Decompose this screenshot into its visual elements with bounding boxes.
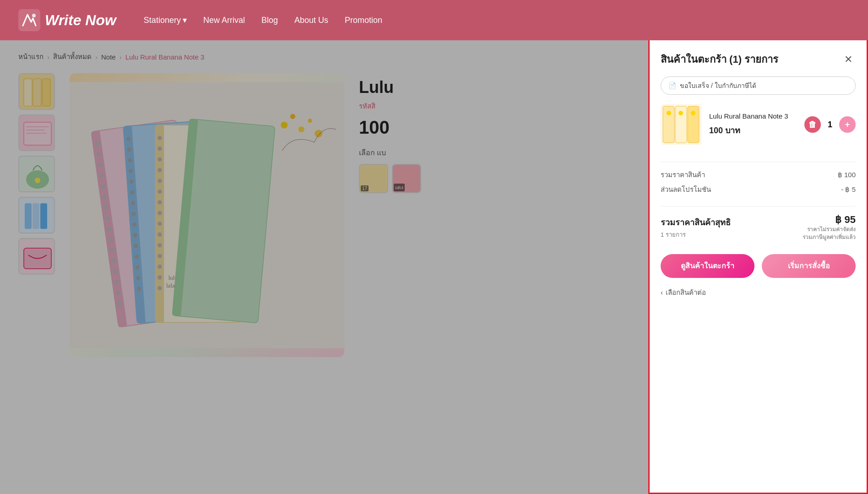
cart-panel: สินค้าในตะกร้า (1) รายการ ✕ 📄 ขอใบเสร็จ … — [648, 40, 868, 494]
close-icon: ✕ — [844, 54, 852, 65]
cart-item-price: 100 บาท — [709, 124, 797, 137]
header: Write Now Stationery ▾ New Arrival Blog … — [0, 0, 868, 40]
discount-row: ส่วนลดโปรโมชัน - ฿ 5 — [661, 184, 856, 195]
chevron-left-icon: ‹ — [661, 288, 663, 296]
delete-item-button[interactable]: 🗑 — [804, 116, 821, 133]
logo-icon — [18, 9, 40, 31]
divider-2 — [661, 206, 856, 206]
view-cart-button[interactable]: ดูสินค้าในตะกร้า — [661, 254, 754, 278]
total-label: รวมราคาสินค้าสุทธิ — [661, 216, 731, 229]
total-row: รวมราคาสินค้าสุทธิ 1 รายการ ฿ 95 ราคาไม่… — [661, 214, 856, 241]
svg-point-98 — [678, 111, 683, 115]
nav-blog[interactable]: Blog — [261, 16, 278, 25]
cart-item-image — [661, 104, 702, 145]
nav-promotion[interactable]: Promotion — [345, 16, 382, 25]
receipt-icon: 📄 — [668, 82, 676, 89]
logo-text: Write Now — [45, 12, 116, 29]
svg-point-1 — [32, 14, 36, 17]
chevron-down-icon: ▾ — [183, 15, 187, 25]
continue-shopping[interactable]: ‹ เลือกสินค้าต่อ — [661, 287, 856, 298]
svg-point-97 — [667, 111, 671, 115]
increase-quantity-button[interactable]: + — [839, 116, 856, 133]
discount-amount: - ฿ 5 — [841, 185, 856, 194]
checkout-button[interactable]: เริ่มการสั่งซื้อ — [762, 254, 856, 278]
svg-point-99 — [691, 111, 695, 115]
action-buttons: ดูสินค้าในตะกร้า เริ่มการสั่งซื้อ — [661, 254, 856, 278]
cart-item: Lulu Rural Banana Note 3 100 บาท 🗑 1 + — [661, 104, 856, 145]
receipt-button[interactable]: 📄 ขอใบเสร็จ / ใบกำกับภาษีได้ — [661, 76, 856, 95]
total-amount-area: ฿ 95 ราคาไม่รวมค่าจัดส่ง รวมภาษีมูลค่าเพ… — [803, 214, 856, 241]
svg-rect-0 — [18, 9, 40, 31]
plus-icon: + — [845, 120, 850, 130]
quantity-display: 1 — [825, 120, 835, 130]
shipping-note: ราคาไม่รวมค่าจัดส่ง รวมภาษีมูลค่าเพิ่มแล… — [803, 226, 856, 241]
nav-about-us[interactable]: About Us — [294, 16, 328, 25]
cart-header: สินค้าในตะกร้า (1) รายการ ✕ — [661, 51, 856, 67]
total-amount: ฿ 95 — [803, 214, 856, 226]
total-info: รวมราคาสินค้าสุทธิ 1 รายการ — [661, 216, 731, 239]
discount-label: ส่วนลดโปรโมชัน — [661, 184, 711, 195]
divider-1 — [661, 162, 856, 162]
nav-stationery[interactable]: Stationery ▾ — [144, 15, 187, 25]
cart-item-controls: 🗑 1 + — [804, 116, 856, 133]
subtotal-label: รวมราคาสินค้า — [661, 169, 705, 180]
subtotal-amount: ฿ 100 — [838, 171, 856, 179]
continue-label: เลือกสินค้าต่อ — [666, 287, 706, 298]
subtotal-row: รวมราคาสินค้า ฿ 100 — [661, 169, 856, 180]
logo[interactable]: Write Now — [18, 9, 116, 31]
trash-icon: 🗑 — [808, 120, 817, 130]
nav-new-arrival[interactable]: New Arrival — [203, 16, 245, 25]
cart-item-name: Lulu Rural Banana Note 3 — [709, 112, 797, 120]
close-button[interactable]: ✕ — [841, 52, 856, 67]
main-area: หน้าแรก › สินค้าทั้งหมด › Note › Lulu Ru… — [0, 40, 868, 494]
cart-title: สินค้าในตะกร้า (1) รายการ — [661, 51, 778, 67]
cart-item-details: Lulu Rural Banana Note 3 100 บาท — [709, 112, 797, 137]
main-nav: Stationery ▾ New Arrival Blog About Us P… — [144, 15, 382, 25]
total-count: 1 รายการ — [661, 230, 731, 239]
